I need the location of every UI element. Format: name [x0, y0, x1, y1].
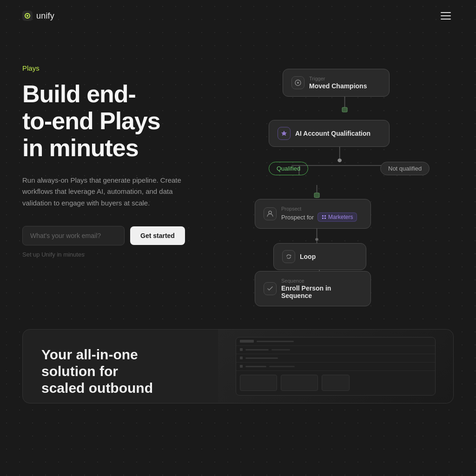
mini-row-3	[236, 354, 435, 363]
get-started-button[interactable]: Get started	[130, 226, 185, 245]
ai-content: AI Account Qualification	[295, 130, 370, 137]
bottom-section: Your all-in-one solution for scaled outb…	[22, 329, 454, 403]
svg-rect-24	[322, 215, 324, 217]
marketers-label: Marketers	[328, 214, 353, 220]
plays-label: Plays	[22, 64, 222, 72]
sequence-label: Sequence	[281, 278, 362, 284]
sequence-icon	[264, 282, 277, 295]
ai-qualification-node: AI Account Qualification	[269, 120, 390, 147]
qualified-badge: Qualified	[269, 162, 308, 175]
trigger-content: Trigger Moved Champions	[309, 76, 367, 90]
bottom-title: Your all-in-one solution for scaled outb…	[41, 346, 199, 397]
svg-point-23	[269, 211, 271, 214]
trigger-icon	[291, 76, 304, 89]
ai-icon	[278, 127, 291, 140]
flow-diagram: Trigger Moved Champions AI Account Quali…	[241, 60, 454, 301]
screenshot-placeholder	[218, 330, 453, 403]
navbar: unify	[0, 0, 476, 32]
sequence-content: Sequence Enroll Person in Sequence	[281, 278, 362, 299]
bottom-title-line1: Your all-in-one	[41, 347, 138, 362]
bottom-screenshot	[218, 330, 453, 403]
prospect-icon	[264, 207, 277, 220]
hero-title: Build end- to-end Plays in minutes	[22, 80, 222, 162]
hero-title-line2: to-end Plays	[22, 107, 160, 134]
screenshot-inner	[236, 337, 436, 396]
marketers-tag: Marketers	[317, 212, 357, 222]
prospect-content: Propsect Prospect for Marketers	[281, 206, 357, 222]
hero-description: Run always-on Plays that generate pipeli…	[22, 175, 199, 209]
not-qualified-badge: Not qualified	[380, 162, 430, 175]
mini-blocks	[236, 373, 435, 393]
hamburger-line1	[441, 12, 451, 13]
svg-rect-26	[322, 218, 324, 219]
menu-button[interactable]	[438, 9, 454, 22]
hero-left: Plays Build end- to-end Plays in minutes…	[22, 60, 222, 258]
svg-point-6	[337, 159, 342, 162]
qualified-label: Qualified	[277, 165, 300, 172]
logo-icon	[22, 11, 33, 21]
svg-rect-27	[324, 218, 326, 219]
loop-label: Loop	[300, 253, 316, 260]
hamburger-line3	[441, 19, 451, 20]
hamburger-line2	[441, 15, 451, 16]
trigger-node: Trigger Moved Champions	[283, 69, 390, 97]
mini-block-1	[240, 375, 277, 391]
svg-point-2	[26, 15, 28, 17]
mini-row-1	[236, 337, 435, 346]
bottom-title-line3: scaled outbound	[41, 380, 153, 396]
svg-rect-4	[342, 107, 347, 112]
logo-text: unify	[36, 11, 54, 21]
mini-block-3	[322, 375, 350, 391]
sequence-sub: Enroll Person in Sequence	[281, 284, 362, 299]
mini-row-4	[236, 363, 435, 371]
mini-row-2	[236, 346, 435, 354]
logo[interactable]: unify	[22, 11, 54, 21]
hero-section: Plays Build end- to-end Plays in minutes…	[0, 32, 476, 329]
prospect-label: Propsect	[281, 206, 357, 212]
setup-hint: Set up Unify in minutes	[22, 251, 222, 258]
bottom-left: Your all-in-one solution for scaled outb…	[23, 330, 218, 403]
ai-title: AI Account Qualification	[295, 130, 370, 137]
loop-icon	[282, 250, 295, 263]
loop-node: Loop	[273, 243, 366, 270]
email-input[interactable]	[22, 226, 125, 245]
hero-title-line3: in minutes	[22, 134, 139, 161]
prospect-node: Propsect Prospect for Marketers	[255, 199, 371, 229]
loop-content: Loop	[300, 253, 316, 260]
cta-row: Get started	[22, 226, 222, 245]
trigger-label: Trigger	[309, 76, 367, 81]
bottom-title-line2: solution for	[41, 364, 118, 379]
trigger-title: Moved Champions	[309, 82, 367, 90]
flow-diagram-container: Trigger Moved Champions AI Account Quali…	[241, 60, 454, 301]
not-qualified-label: Not qualified	[388, 165, 422, 172]
svg-point-13	[315, 238, 318, 241]
svg-point-22	[297, 82, 299, 84]
svg-rect-25	[324, 215, 326, 217]
prospect-sub: Prospect for	[281, 214, 314, 221]
marketers-icon	[322, 215, 326, 219]
hero-title-line1: Build end-	[22, 80, 136, 107]
sequence-node: Sequence Enroll Person in Sequence	[255, 271, 371, 306]
svg-rect-11	[314, 193, 319, 198]
mini-block-2	[281, 375, 318, 391]
